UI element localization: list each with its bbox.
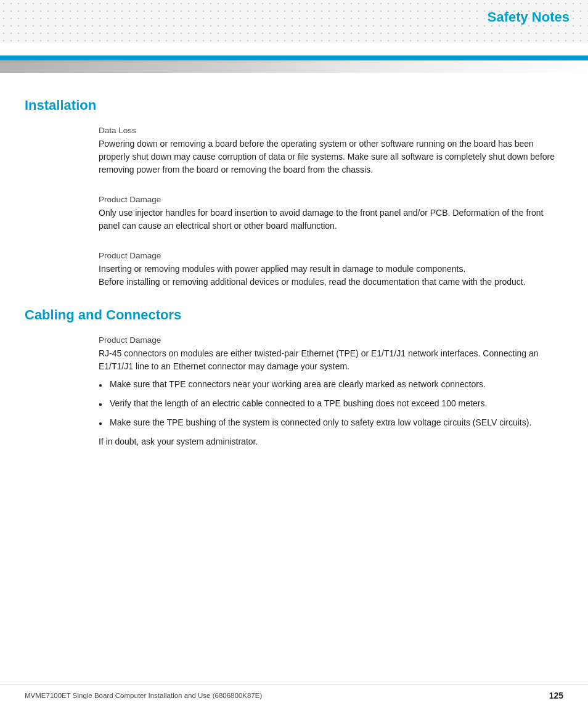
note-product-damage-2-label: Product Damage (99, 251, 563, 260)
main-content: Installation Data Loss Powering down or … (0, 73, 588, 504)
bullet-item-1: Make sure that TPE connectors near your … (99, 378, 563, 391)
cabling-heading: Cabling and Connectors (25, 307, 563, 323)
note-data-loss: Data Loss Powering down or removing a bo… (99, 126, 563, 176)
blue-bar (0, 55, 588, 60)
page-footer: MVME7100ET Single Board Computer Install… (0, 684, 588, 706)
bullet-1-text: Make sure that TPE connectors near your … (110, 378, 486, 391)
page-header: Safety Notes (0, 0, 588, 55)
bullet-2-text: Verify that the length of an electric ca… (110, 397, 487, 410)
footer-page-number: 125 (549, 691, 563, 700)
note-product-damage-1-label: Product Damage (99, 195, 563, 204)
installation-heading: Installation (25, 97, 563, 113)
note-product-damage-2-text: Inserting or removing modules with power… (99, 263, 563, 289)
footer-left-text: MVME7100ET Single Board Computer Install… (25, 692, 262, 699)
section-installation: Installation Data Loss Powering down or … (25, 97, 563, 289)
gray-wave (0, 60, 588, 73)
bullet-3-text: Make sure the TPE bushing of the system … (110, 416, 531, 429)
section-cabling: Cabling and Connectors Product Damage RJ… (25, 307, 563, 448)
note-data-loss-text: Powering down or removing a board before… (99, 138, 563, 176)
note-data-loss-label: Data Loss (99, 126, 563, 135)
page-title: Safety Notes (488, 9, 570, 25)
note-rj45: Product Damage RJ-45 connectors on modul… (99, 335, 563, 448)
note-product-damage-2: Product Damage Inserting or removing mod… (99, 251, 563, 289)
note-rj45-intro: RJ-45 connectors on modules are either t… (99, 347, 563, 373)
note-product-damage-1-text: Only use injector handles for board inse… (99, 207, 563, 232)
rj45-bullet-list: Make sure that TPE connectors near your … (99, 378, 563, 429)
note-rj45-label: Product Damage (99, 335, 563, 345)
rj45-after-bullets: If in doubt, ask your system administrat… (99, 435, 563, 448)
bullet-item-2: Verify that the length of an electric ca… (99, 397, 563, 410)
bullet-item-3: Make sure the TPE bushing of the system … (99, 416, 563, 429)
note-product-damage-1: Product Damage Only use injector handles… (99, 195, 563, 232)
